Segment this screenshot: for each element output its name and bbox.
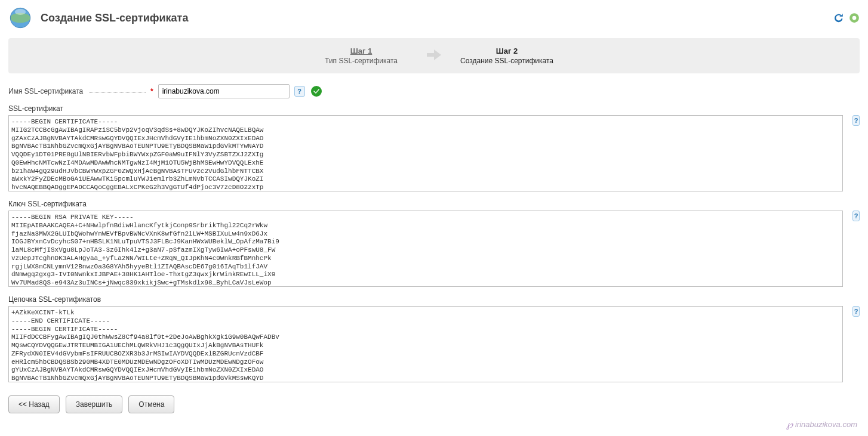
help-icon[interactable]: ? [852,306,860,317]
page-title: Создание SSL-сертификата [41,12,188,24]
chain-section-label: Цепочка SSL-сертификатов [8,295,860,304]
cancel-button[interactable]: Отмена [128,395,174,413]
wizard-step-2: Шаг 2 Создание SSL-сертификата [453,47,561,65]
svg-point-3 [15,9,26,15]
page-header: Создание SSL-сертификата [8,6,860,30]
required-marker: * [150,87,153,95]
watermark: ℘ irinabuzikova.com [786,419,857,419]
cert-section-label: SSL-сертификат [8,104,860,113]
step-1-number: Шаг 1 [307,47,415,55]
key-textarea[interactable] [8,211,843,287]
help-icon[interactable]: ? [294,86,305,97]
valid-check-icon [311,86,322,97]
help-icon[interactable]: ? [852,115,860,126]
globe-icon [8,6,32,30]
header-actions [833,13,860,23]
wizard-stepper: Шаг 1 Тип SSL-сертификата Шаг 2 Создание… [8,38,860,73]
cert-textarea[interactable] [8,115,843,191]
finish-button[interactable]: Завершить [66,395,123,413]
svg-point-5 [852,16,857,20]
chain-textarea[interactable] [8,306,843,382]
key-section-label: Ключ SSL-сертификата [8,200,860,208]
chain-textarea-wrap: ? [8,306,860,382]
step-2-label: Создание SSL-сертификата [453,57,561,65]
step-1-label: Тип SSL-сертификата [307,57,415,65]
cert-name-label: Имя SSL-сертификата [8,87,146,95]
key-textarea-wrap: ? [8,211,860,287]
step-2-number: Шаг 2 [453,47,561,55]
back-button[interactable]: << Назад [8,395,60,413]
cert-name-row: Имя SSL-сертификата * ? [8,84,860,98]
cert-textarea-wrap: ? [8,115,860,191]
refresh-icon[interactable] [833,13,844,23]
watermark-icon: ℘ [786,419,793,419]
help-page-icon[interactable] [849,13,860,23]
wizard-step-1[interactable]: Шаг 1 Тип SSL-сертификата [307,47,415,65]
buttons-row: << Назад Завершить Отмена [8,395,860,413]
arrow-right-icon [427,48,441,64]
help-icon[interactable]: ? [852,211,860,221]
cert-name-input[interactable] [158,84,290,98]
